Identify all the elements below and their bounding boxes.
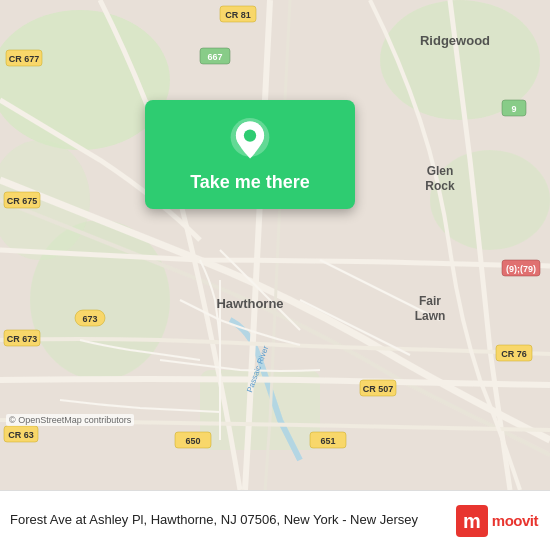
svg-text:Lawn: Lawn (415, 309, 446, 323)
svg-point-42 (244, 129, 256, 141)
svg-text:m: m (463, 510, 481, 532)
svg-text:CR 675: CR 675 (7, 196, 38, 206)
svg-text:667: 667 (207, 52, 222, 62)
svg-text:9: 9 (511, 104, 516, 114)
svg-text:CR 673: CR 673 (7, 334, 38, 344)
svg-text:Ridgewood: Ridgewood (420, 33, 490, 48)
moovit-logo: m moovit (456, 505, 538, 537)
take-me-there-label: Take me there (190, 172, 310, 193)
svg-text:Rock: Rock (425, 179, 455, 193)
svg-text:673: 673 (82, 314, 97, 324)
svg-text:CR 81: CR 81 (225, 10, 251, 20)
map-container: CR 81 667 CR 677 CR 675 9 (9);(79) CR 67… (0, 0, 550, 490)
svg-text:Glen: Glen (427, 164, 454, 178)
svg-text:CR 76: CR 76 (501, 349, 527, 359)
moovit-icon: m (456, 505, 488, 537)
svg-text:650: 650 (185, 436, 200, 446)
location-pin-icon (228, 118, 272, 162)
svg-text:CR 63: CR 63 (8, 430, 34, 440)
svg-text:CR 677: CR 677 (9, 54, 40, 64)
bottom-bar: Forest Ave at Ashley Pl, Hawthorne, NJ 0… (0, 490, 550, 550)
address-text: Forest Ave at Ashley Pl, Hawthorne, NJ 0… (10, 512, 456, 529)
svg-text:CR 507: CR 507 (363, 384, 394, 394)
svg-text:Hawthorne: Hawthorne (216, 296, 283, 311)
svg-text:(9);(79): (9);(79) (506, 264, 536, 274)
svg-text:651: 651 (320, 436, 335, 446)
moovit-text: moovit (492, 512, 538, 529)
map-copyright: © OpenStreetMap contributors (6, 414, 134, 426)
take-me-there-card[interactable]: Take me there (145, 100, 355, 209)
svg-text:Fair: Fair (419, 294, 441, 308)
